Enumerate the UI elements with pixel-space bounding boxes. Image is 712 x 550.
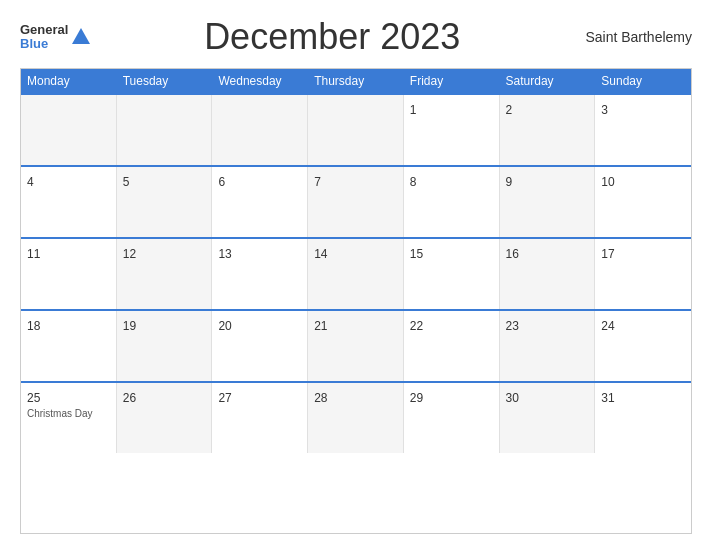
day-cell: 9: [500, 167, 596, 237]
day-cell: 18: [21, 311, 117, 381]
day-cell: 30: [500, 383, 596, 453]
day-header-saturday: Saturday: [500, 69, 596, 93]
day-cell: 5: [117, 167, 213, 237]
day-cell: 2: [500, 95, 596, 165]
day-cell: [117, 95, 213, 165]
week-row-1: 123: [21, 93, 691, 165]
day-cell: 26: [117, 383, 213, 453]
day-headers-row: MondayTuesdayWednesdayThursdayFridaySatu…: [21, 69, 691, 93]
region-label: Saint Barthelemy: [572, 29, 692, 45]
day-cell: 16: [500, 239, 596, 309]
logo: General Blue: [20, 23, 92, 52]
day-number: 11: [27, 247, 40, 261]
day-cell: 8: [404, 167, 500, 237]
week-row-3: 11121314151617: [21, 237, 691, 309]
day-number: 16: [506, 247, 519, 261]
day-number: 28: [314, 391, 327, 405]
day-header-monday: Monday: [21, 69, 117, 93]
day-cell: [308, 95, 404, 165]
day-cell: 27: [212, 383, 308, 453]
day-header-thursday: Thursday: [308, 69, 404, 93]
day-cell: 13: [212, 239, 308, 309]
day-number: 4: [27, 175, 34, 189]
week-row-5: 25Christmas Day262728293031: [21, 381, 691, 453]
day-header-sunday: Sunday: [595, 69, 691, 93]
day-number: 24: [601, 319, 614, 333]
day-event-label: Christmas Day: [27, 408, 110, 419]
day-cell: 17: [595, 239, 691, 309]
day-cell: 1: [404, 95, 500, 165]
day-number: 7: [314, 175, 321, 189]
day-number: 9: [506, 175, 513, 189]
day-number: 14: [314, 247, 327, 261]
day-number: 23: [506, 319, 519, 333]
day-cell: 22: [404, 311, 500, 381]
week-row-4: 18192021222324: [21, 309, 691, 381]
day-number: 20: [218, 319, 231, 333]
day-header-friday: Friday: [404, 69, 500, 93]
day-number: 12: [123, 247, 136, 261]
day-cell: 7: [308, 167, 404, 237]
day-cell: 28: [308, 383, 404, 453]
day-cell: 25Christmas Day: [21, 383, 117, 453]
day-number: 5: [123, 175, 130, 189]
day-number: 25: [27, 391, 40, 405]
calendar: MondayTuesdayWednesdayThursdayFridaySatu…: [20, 68, 692, 534]
logo-general-text: General: [20, 23, 68, 37]
day-number: 22: [410, 319, 423, 333]
day-number: 26: [123, 391, 136, 405]
day-number: 2: [506, 103, 513, 117]
day-cell: 23: [500, 311, 596, 381]
day-number: 6: [218, 175, 225, 189]
weeks-container: 1234567891011121314151617181920212223242…: [21, 93, 691, 453]
day-cell: 12: [117, 239, 213, 309]
day-cell: 21: [308, 311, 404, 381]
day-cell: [212, 95, 308, 165]
day-number: 1: [410, 103, 417, 117]
day-cell: [21, 95, 117, 165]
day-number: 13: [218, 247, 231, 261]
day-number: 8: [410, 175, 417, 189]
month-title: December 2023: [92, 16, 572, 58]
day-number: 17: [601, 247, 614, 261]
day-number: 19: [123, 319, 136, 333]
day-cell: 11: [21, 239, 117, 309]
day-number: 21: [314, 319, 327, 333]
day-cell: 4: [21, 167, 117, 237]
day-cell: 14: [308, 239, 404, 309]
day-cell: 10: [595, 167, 691, 237]
day-cell: 24: [595, 311, 691, 381]
day-cell: 20: [212, 311, 308, 381]
day-header-wednesday: Wednesday: [212, 69, 308, 93]
day-number: 18: [27, 319, 40, 333]
day-number: 29: [410, 391, 423, 405]
svg-marker-0: [72, 28, 90, 44]
day-number: 30: [506, 391, 519, 405]
day-number: 10: [601, 175, 614, 189]
day-cell: 15: [404, 239, 500, 309]
day-cell: 31: [595, 383, 691, 453]
day-header-tuesday: Tuesday: [117, 69, 213, 93]
day-cell: 29: [404, 383, 500, 453]
day-cell: 3: [595, 95, 691, 165]
day-number: 27: [218, 391, 231, 405]
day-number: 31: [601, 391, 614, 405]
day-number: 15: [410, 247, 423, 261]
week-row-2: 45678910: [21, 165, 691, 237]
logo-blue-text: Blue: [20, 37, 68, 51]
day-cell: 19: [117, 311, 213, 381]
day-cell: 6: [212, 167, 308, 237]
day-number: 3: [601, 103, 608, 117]
logo-icon: [70, 26, 92, 48]
